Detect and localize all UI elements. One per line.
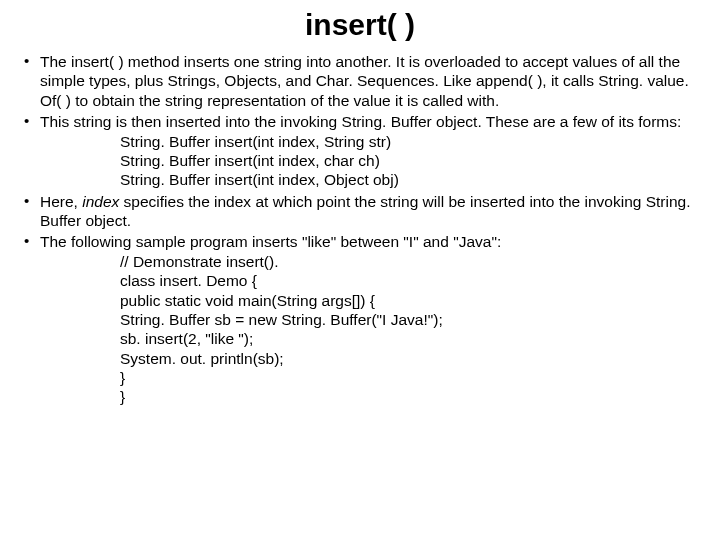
- code-line: class insert. Demo {: [120, 271, 702, 290]
- code-line: public static void main(String args[]) {: [120, 291, 702, 310]
- bullet-text: The insert( ) method inserts one string …: [40, 53, 689, 109]
- bullet-text-prefix: Here,: [40, 193, 82, 210]
- bullet-list: The insert( ) method inserts one string …: [18, 52, 702, 407]
- code-line: // Demonstrate insert().: [120, 252, 702, 271]
- form-line: String. Buffer insert(int index, char ch…: [120, 151, 702, 170]
- form-line: String. Buffer insert(int index, String …: [120, 132, 702, 151]
- bullet-text: The following sample program inserts "li…: [40, 233, 501, 250]
- code-line: }: [120, 368, 702, 387]
- bullet-item: Here, index specifies the index at which…: [18, 192, 702, 231]
- form-line: String. Buffer insert(int index, Object …: [120, 170, 702, 189]
- bullet-text-italic: index: [82, 193, 123, 210]
- code-line: }: [120, 387, 702, 406]
- slide-title: insert( ): [18, 8, 702, 42]
- bullet-item: This string is then inserted into the in…: [18, 112, 702, 190]
- code-line: String. Buffer sb = new String. Buffer("…: [120, 310, 702, 329]
- bullet-item: The insert( ) method inserts one string …: [18, 52, 702, 110]
- code-block: // Demonstrate insert(). class insert. D…: [40, 252, 702, 407]
- method-forms: String. Buffer insert(int index, String …: [40, 132, 702, 190]
- bullet-text-mid: specifies the index at which point the s…: [40, 193, 691, 229]
- bullet-item: The following sample program inserts "li…: [18, 232, 702, 406]
- code-line: System. out. println(sb);: [120, 349, 702, 368]
- code-line: sb. insert(2, "like ");: [120, 329, 702, 348]
- bullet-text: This string is then inserted into the in…: [40, 113, 681, 130]
